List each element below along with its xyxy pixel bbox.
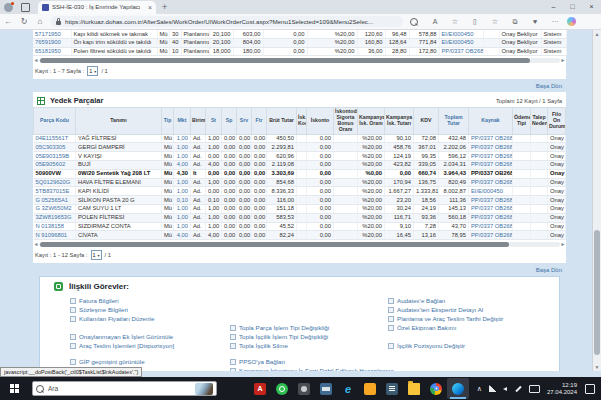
cell-link[interactable]: G 3ZW650M2	[34, 204, 76, 213]
refresh-icon[interactable]: ↻	[16, 17, 32, 26]
notification-center-icon[interactable]	[585, 384, 595, 394]
taskbar-calculator-icon[interactable]	[381, 378, 403, 399]
maximize-button[interactable]: □	[563, 0, 582, 14]
task-link[interactable]: GİP geçmişini görüntüle	[70, 358, 230, 365]
cell-link[interactable]: PP/0337 OB268	[469, 222, 513, 231]
column-header[interactable]: Mkt	[174, 108, 191, 134]
cell-link[interactable]: 65181950	[33, 47, 71, 56]
cell-link[interactable]: 04E115561T	[34, 134, 76, 143]
task-link[interactable]: Onaylanmayan Ek İşleri Görüntüle	[70, 333, 230, 340]
minimize-button[interactable]: –	[544, 0, 563, 14]
taskbar-acrobat-icon[interactable]: A	[249, 378, 271, 399]
cell-link[interactable]: 1,00	[174, 152, 191, 161]
cell-link[interactable]: 1,00	[174, 178, 191, 187]
taskbar-clock[interactable]: 12:19 27.04.2024	[547, 382, 577, 396]
cell-link[interactable]: 05E905602	[34, 160, 76, 169]
cell-link[interactable]: EI/EI000450	[439, 38, 483, 47]
network-icon[interactable]	[489, 385, 497, 392]
taskbar-folder-icon[interactable]	[403, 378, 425, 399]
copilot-icon[interactable]	[567, 17, 576, 26]
cell-link[interactable]: 1,00	[174, 222, 191, 231]
cell-link[interactable]: PP/0337 OB268	[469, 152, 513, 161]
cell-link[interactable]: 1,00	[174, 213, 191, 222]
horizontal-scrollbar[interactable]: ◄ ►	[33, 57, 566, 63]
workspaces-icon[interactable]	[21, 3, 30, 12]
task-link[interactable]: Audatex'ten Ekspertiz Detayı Al	[388, 306, 559, 313]
column-header[interactable]: Parça Kodu	[34, 108, 76, 134]
cell-link[interactable]: 1,00	[174, 204, 191, 213]
task-link[interactable]: Topla İşçilik Silme	[230, 342, 388, 349]
column-header[interactable]: Toplam Tutar	[439, 108, 469, 134]
start-button[interactable]	[0, 384, 28, 393]
column-header[interactable]: St	[206, 108, 222, 134]
cell-link[interactable]: G 052565A1	[34, 196, 76, 205]
cell-link[interactable]: PP/0337 OB268	[469, 196, 513, 205]
tray-expand-icon[interactable]: ∧	[477, 385, 482, 393]
page-select[interactable]: 1▾	[91, 250, 102, 260]
cell-link[interactable]: 3ZW819653G	[34, 213, 76, 222]
cell-link[interactable]: 50900VW	[34, 169, 76, 178]
back-to-top-link[interactable]: Başa Dön	[536, 267, 562, 273]
cell-link[interactable]: PP/0337 OB268	[469, 204, 513, 213]
taskbar-chrome-icon[interactable]	[425, 378, 447, 399]
back-icon[interactable]: ←	[0, 17, 16, 26]
address-bar[interactable]: https://turkuaz.dohas.com.tr/AfterSales/…	[51, 16, 403, 27]
column-header[interactable]: Tip	[162, 108, 174, 134]
task-link[interactable]: Kampanya İskontosu İş Emri Dahil Edilere…	[230, 367, 388, 371]
cell-link[interactable]: 57171950	[33, 30, 71, 38]
vertical-scrollbar[interactable]: ▲ ▼	[592, 30, 601, 371]
cell-link[interactable]: 05C903305	[34, 143, 76, 152]
cell-link[interactable]: 1,00	[174, 143, 191, 152]
task-link[interactable]: Topla İşçilik İşlem Tipi Değişikliği	[230, 333, 388, 340]
column-header[interactable]: Kaynak	[469, 108, 513, 134]
scroll-down-icon[interactable]: ▼	[593, 364, 601, 370]
cell-link[interactable]: PP/0337 OB268	[469, 178, 513, 187]
scrollbar-thumb[interactable]	[40, 58, 530, 63]
zoom-icon[interactable]	[410, 18, 418, 26]
column-header[interactable]: Sp	[222, 108, 237, 134]
touch-keyboard-icon[interactable]	[529, 385, 540, 393]
cell-link[interactable]: EI/EI000450	[469, 187, 513, 196]
scroll-right-icon[interactable]: ►	[560, 241, 566, 247]
task-link[interactable]: Araç Teslim İşlemleri [Dispozisyon]	[70, 342, 230, 349]
cell-link[interactable]: PP/0337 OB268	[469, 169, 513, 178]
column-header[interactable]: Ftr	[252, 108, 267, 134]
cell-link[interactable]: 1,00	[174, 187, 191, 196]
cell-link[interactable]: 4,00	[174, 160, 191, 169]
page-select[interactable]: 1▾	[87, 66, 98, 76]
task-link[interactable]: Topla Parça İşlem Tipi Değişikliği	[230, 324, 388, 331]
task-link[interactable]: Fatura Bilgileri	[70, 297, 230, 304]
pen-icon[interactable]	[515, 385, 521, 391]
split-screen-icon[interactable]: ▯	[465, 18, 485, 26]
cell-link[interactable]: PP/0337 OB268	[469, 213, 513, 222]
task-link[interactable]: İşçilik Pozisyonu Değiştir	[388, 342, 559, 349]
scroll-right-icon[interactable]: ►	[560, 57, 566, 63]
text-size-icon[interactable]: A	[425, 18, 445, 25]
taskbar-search[interactable]: Ara	[32, 381, 217, 396]
browser-essentials-icon[interactable]: ♥	[525, 18, 545, 25]
taskbar-ie-icon[interactable]: e	[337, 378, 359, 399]
cell-link[interactable]: 4,30	[174, 169, 191, 178]
scrollbar-thumb[interactable]	[40, 242, 509, 247]
favorites-bar-icon[interactable]: ☆	[485, 18, 505, 26]
cell-link[interactable]: PP/0337 OB268	[469, 134, 513, 143]
cell-link[interactable]: PP/0337 OB268	[469, 143, 513, 152]
cell-link[interactable]: EI/EI000450	[439, 30, 483, 38]
task-link[interactable]: Özel Ekipman Bakımı	[388, 324, 559, 331]
cell-link[interactable]: 4,00	[174, 231, 191, 240]
taskbar-whatsapp-icon[interactable]	[271, 378, 293, 399]
column-header[interactable]: Srv	[237, 108, 252, 134]
scroll-up-icon[interactable]: ▲	[593, 31, 601, 37]
more-icon[interactable]: ⋯	[545, 18, 565, 26]
cell-link[interactable]: PP/0337 OB268	[469, 231, 513, 240]
cell-link[interactable]: PP/0337 OB268	[439, 47, 483, 56]
collections-icon[interactable]: ⧉	[505, 18, 525, 26]
cell-link[interactable]: 5TB837015E	[34, 187, 76, 196]
cell-link[interactable]: 05E903159B	[34, 152, 76, 161]
scrollbar-thumb[interactable]	[594, 230, 600, 355]
close-button[interactable]: ×	[582, 0, 601, 14]
home-icon[interactable]: ⌂	[32, 17, 48, 26]
cell-link[interactable]: 0,10	[174, 196, 191, 205]
task-link[interactable]: Sözleşme Bilgileri	[70, 306, 230, 313]
taskbar-printer-icon[interactable]	[315, 378, 337, 399]
